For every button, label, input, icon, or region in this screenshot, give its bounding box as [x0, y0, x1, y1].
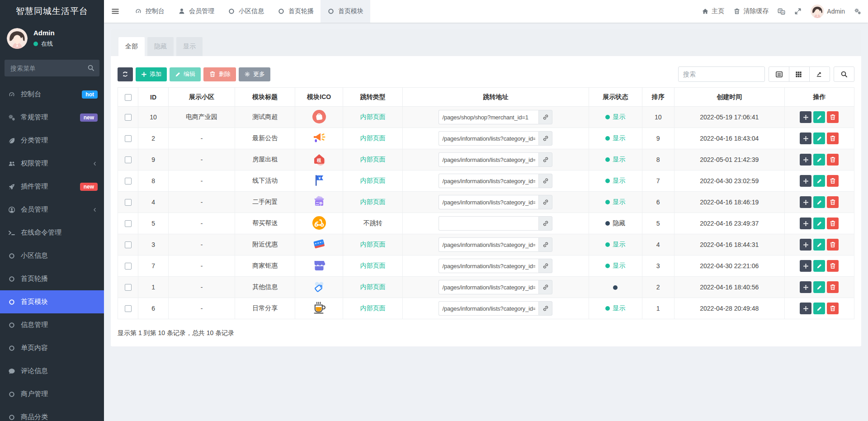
sidebar-item-14[interactable]: 商户管理 [0, 383, 104, 406]
column-header[interactable]: 跳转类型 [343, 88, 403, 107]
row-delete-button[interactable] [827, 260, 839, 272]
column-header[interactable]: 模块标题 [235, 88, 295, 107]
row-checkbox[interactable] [125, 156, 132, 163]
sidebar-item-9[interactable]: 首页轮播 [0, 267, 104, 290]
sidebar-item-11[interactable]: 信息管理 [0, 313, 104, 336]
drag-button[interactable] [800, 111, 811, 123]
sidebar-item-10[interactable]: 首页模块 [0, 290, 104, 313]
link-icon[interactable] [538, 280, 552, 294]
drag-button[interactable] [800, 175, 811, 187]
fullscreen-toggle[interactable] [794, 8, 802, 15]
edit-button[interactable]: 编辑 [170, 67, 201, 81]
row-edit-button[interactable] [813, 154, 825, 166]
delete-button[interactable]: 删除 [203, 67, 236, 81]
toggle-view-button[interactable] [769, 66, 789, 82]
url-input[interactable] [439, 110, 538, 124]
sidebar-item-2[interactable]: 常规管理new [0, 106, 104, 129]
nav-tab-3[interactable]: 小区信息 [221, 0, 271, 23]
home-link[interactable]: 主页 [702, 7, 724, 15]
drag-button[interactable] [800, 281, 811, 293]
link-icon[interactable] [538, 237, 552, 252]
url-input[interactable] [439, 131, 538, 146]
sidebar-item-13[interactable]: 评论信息 [0, 360, 104, 383]
link-icon[interactable] [538, 216, 552, 231]
link-icon[interactable] [538, 259, 552, 273]
row-edit-button[interactable] [813, 218, 825, 229]
filter-tab-3[interactable]: 显示 [176, 37, 203, 56]
status-label[interactable]: 显示 [613, 134, 625, 142]
row-delete-button[interactable] [827, 303, 839, 314]
url-input[interactable] [439, 301, 538, 316]
sidebar-item-3[interactable]: 分类管理 [0, 129, 104, 152]
drag-button[interactable] [800, 154, 811, 166]
url-input[interactable] [439, 237, 538, 252]
sidebar-item-7[interactable]: 在线命令管理 [0, 221, 104, 244]
status-label[interactable]: 显示 [613, 304, 625, 312]
more-button[interactable]: 更多 [239, 67, 270, 81]
drag-button[interactable] [800, 218, 811, 229]
row-checkbox[interactable] [125, 263, 132, 270]
status-label[interactable]: 显示 [613, 262, 625, 269]
filter-tab-2[interactable]: 隐藏 [147, 37, 174, 56]
status-label[interactable]: 显示 [613, 113, 625, 120]
sidebar-item-6[interactable]: 会员管理 [0, 198, 104, 221]
select-all-checkbox[interactable] [125, 94, 132, 101]
column-header[interactable]: 模块ICO [295, 88, 343, 107]
row-checkbox[interactable] [125, 241, 132, 248]
row-checkbox[interactable] [125, 305, 132, 312]
row-edit-button[interactable] [813, 281, 825, 293]
link-icon[interactable] [538, 110, 552, 124]
column-header[interactable]: 跳转地址 [403, 88, 589, 107]
drag-button[interactable] [800, 196, 811, 208]
sidebar-item-5[interactable]: 插件管理new [0, 175, 104, 198]
column-header[interactable]: 展示小区 [169, 88, 235, 107]
row-delete-button[interactable] [827, 132, 839, 144]
url-input[interactable] [439, 195, 538, 209]
status-label[interactable]: 显示 [613, 198, 625, 205]
drag-button[interactable] [800, 260, 811, 272]
url-input[interactable] [439, 259, 538, 273]
row-edit-button[interactable] [813, 303, 825, 314]
add-button[interactable]: 添加 [136, 67, 167, 81]
row-edit-button[interactable] [813, 196, 825, 208]
url-input[interactable] [439, 280, 538, 294]
row-delete-button[interactable] [827, 196, 839, 208]
drag-button[interactable] [800, 239, 811, 251]
sidebar-item-12[interactable]: 单页内容 [0, 336, 104, 360]
link-icon[interactable] [538, 301, 552, 316]
row-checkbox[interactable] [125, 114, 132, 121]
row-checkbox[interactable] [125, 220, 132, 227]
nav-tab-5[interactable]: 首页模块 [321, 0, 370, 23]
user-avatar[interactable] [7, 28, 28, 49]
export-button[interactable] [809, 66, 830, 82]
column-header[interactable]: 创建时间 [674, 88, 784, 107]
row-checkbox[interactable] [125, 199, 132, 206]
user-menu[interactable]: Admin [811, 5, 845, 18]
row-delete-button[interactable] [827, 218, 839, 229]
url-input[interactable] [439, 174, 538, 188]
refresh-button[interactable] [118, 67, 133, 81]
status-label[interactable]: 显示 [613, 156, 625, 163]
row-delete-button[interactable] [827, 111, 839, 123]
settings-menu[interactable] [854, 8, 861, 15]
row-edit-button[interactable] [813, 132, 825, 144]
menu-search-input[interactable] [5, 60, 99, 76]
status-dot[interactable] [613, 285, 618, 290]
row-checkbox[interactable] [125, 284, 132, 291]
row-edit-button[interactable] [813, 111, 825, 123]
link-icon[interactable] [538, 152, 552, 167]
row-edit-button[interactable] [813, 260, 825, 272]
link-icon[interactable] [538, 174, 552, 188]
sidebar-item-8[interactable]: 小区信息 [0, 244, 104, 267]
status-label[interactable]: 显示 [613, 241, 625, 248]
link-icon[interactable] [538, 195, 552, 209]
row-delete-button[interactable] [827, 154, 839, 166]
sidebar-item-4[interactable]: 权限管理 [0, 152, 104, 175]
url-input[interactable] [439, 152, 538, 167]
clear-cache-link[interactable]: 清除缓存 [733, 7, 769, 15]
sidebar-item-1[interactable]: 控制台hot [0, 83, 104, 106]
status-label[interactable]: 显示 [613, 177, 625, 184]
search-submit-button[interactable] [834, 66, 854, 82]
row-edit-button[interactable] [813, 175, 825, 187]
column-header[interactable]: ID [138, 88, 169, 107]
